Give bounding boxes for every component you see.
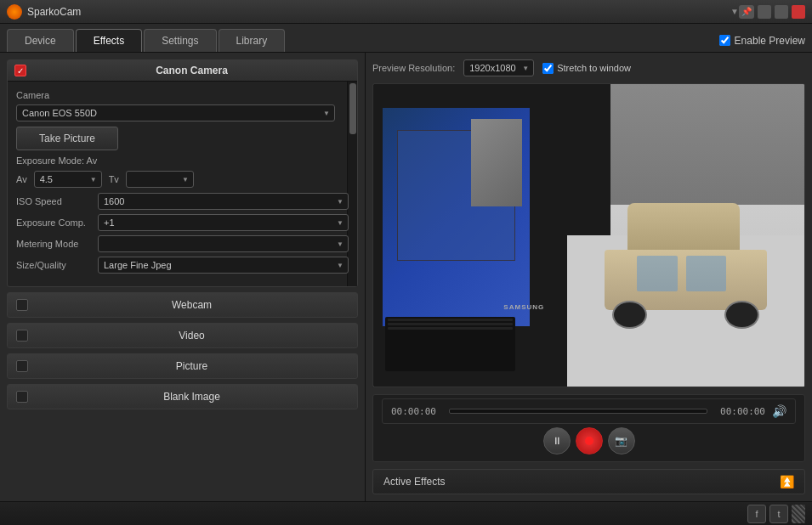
screen-car-thumb [471, 119, 523, 206]
canon-camera-body: Camera Canon EOS 550D Take Picture Ex [8, 82, 357, 286]
transport-timeline-row: 00:00:00 00:00:00 🔊 [382, 398, 796, 424]
video-preview: SAMSUNG [372, 83, 805, 387]
picture-title: Picture [35, 360, 349, 372]
av-tv-row: Av 4.5 Tv [16, 171, 349, 188]
canon-camera-checkbox[interactable]: ✓ [14, 65, 26, 76]
record-button[interactable] [576, 427, 603, 454]
transport-section: 00:00:00 00:00:00 🔊 ⏸ 📷 [372, 394, 805, 462]
transport-buttons: ⏸ 📷 [382, 424, 796, 458]
preview-res-label: Preview Resolution: [372, 63, 455, 73]
enable-preview-label: Enable Preview [735, 35, 805, 47]
camera-model-select[interactable]: Canon EOS 550D [16, 104, 335, 121]
active-effects-bar: Active Effects ⏫ [372, 469, 805, 494]
close-button[interactable] [792, 5, 805, 19]
av-label: Av [16, 174, 27, 184]
camera-model-row: Canon EOS 550D [16, 104, 349, 121]
kbd-row1 [388, 319, 513, 321]
blank-image-section: Blank Image [7, 384, 358, 409]
app-container: Device Effects Settings Library Enable P… [0, 24, 812, 525]
blank-image-checkbox[interactable] [16, 391, 28, 403]
exposure-comp-label: Exposure Comp. [16, 217, 93, 228]
tab-device[interactable]: Device [7, 29, 74, 52]
size-quality-row: Size/Quality Large Fine Jpeg [16, 257, 349, 274]
picture-section: Picture [7, 353, 358, 379]
canon-camera-title: Canon Camera [33, 65, 350, 76]
take-picture-button[interactable]: Take Picture [16, 127, 118, 150]
stretch-to-window-control: Stretch to window [542, 63, 631, 74]
tab-library[interactable]: Library [219, 29, 286, 52]
car-window-front [637, 256, 678, 291]
kbd-row3 [388, 327, 513, 330]
car-wheel-right [724, 301, 759, 329]
preview-res-select-wrapper: 1920x1080 [463, 59, 534, 76]
start-time: 00:00:00 [391, 406, 442, 417]
picture-checkbox[interactable] [16, 360, 28, 372]
minimize-button[interactable] [758, 5, 771, 19]
iso-speed-select[interactable]: 1600 [98, 193, 349, 210]
record-dot [585, 437, 593, 445]
scrollbar[interactable] [347, 82, 357, 286]
av-select[interactable]: 4.5 [34, 171, 102, 188]
preview-scene: SAMSUNG [373, 84, 804, 387]
title-dropdown-arrow[interactable]: ▼ [730, 7, 739, 16]
bottom-bar: f t [0, 501, 812, 525]
webcam-section: Webcam [7, 292, 358, 318]
progress-bar[interactable] [449, 409, 707, 414]
stripe-decoration [792, 505, 805, 523]
keyboard [385, 317, 515, 371]
webcam-checkbox[interactable] [16, 299, 28, 311]
title-bar: SparkoCam ▼ 📌 [0, 0, 812, 24]
canon-camera-header: ✓ Canon Camera [8, 60, 357, 82]
tab-settings[interactable]: Settings [144, 29, 216, 52]
enable-preview-checkbox[interactable] [719, 35, 730, 46]
facebook-icon: f [755, 509, 758, 519]
volume-icon[interactable]: 🔊 [772, 404, 786, 418]
size-quality-select[interactable]: Large Fine Jpeg [98, 257, 349, 274]
tv-select[interactable] [126, 171, 194, 188]
canon-camera-section: ✓ Canon Camera Camera Canon EOS 550D [7, 59, 358, 287]
active-effects-label: Active Effects [383, 476, 445, 488]
pin-button[interactable]: 📌 [739, 5, 754, 19]
exposure-mode-value: Av [87, 155, 98, 166]
kbd-row2 [388, 323, 513, 325]
metering-mode-row: Metering Mode [16, 235, 349, 252]
video-title: Video [35, 330, 349, 342]
video-section: Video [7, 323, 358, 348]
video-checkbox[interactable] [16, 330, 28, 342]
tabs-row: Device Effects Settings Library Enable P… [0, 24, 812, 53]
metering-mode-label: Metering Mode [16, 239, 93, 249]
car-model [589, 184, 783, 342]
twitter-icon: t [777, 509, 780, 519]
main-content: ✓ Canon Camera Camera Canon EOS 550D [0, 53, 812, 501]
car-wheel-left [612, 301, 647, 329]
app-name: SparkoCam [27, 6, 729, 18]
end-time: 00:00:00 [714, 406, 765, 417]
exposure-comp-select[interactable]: +1 [98, 214, 349, 231]
exposure-mode-row: Exposure Mode: Av [16, 155, 349, 166]
blank-image-title: Blank Image [35, 391, 349, 403]
metering-mode-select[interactable] [98, 235, 349, 252]
snapshot-button[interactable]: 📷 [608, 427, 635, 454]
pause-button[interactable]: ⏸ [543, 427, 571, 454]
collapse-active-effects-button[interactable]: ⏫ [780, 475, 794, 488]
camera-label: Camera [16, 90, 349, 100]
webcam-title: Webcam [35, 299, 349, 311]
samsung-label: SAMSUNG [503, 303, 544, 311]
app-logo [7, 4, 22, 20]
facebook-icon-button[interactable]: f [747, 505, 766, 523]
iso-speed-label: ISO Speed [16, 196, 93, 206]
exposure-mode-label: Exposure Mode: [16, 155, 84, 166]
stretch-to-window-label: Stretch to window [557, 63, 631, 73]
maximize-button[interactable] [775, 5, 788, 19]
stretch-to-window-checkbox[interactable] [542, 63, 554, 74]
right-panel: Preview Resolution: 1920x1080 Stretch to… [366, 53, 812, 501]
preview-res-select[interactable]: 1920x1080 [463, 59, 534, 76]
window-controls: 📌 [739, 5, 805, 19]
enable-preview-control: Enable Preview [719, 35, 805, 47]
exposure-comp-row: Exposure Comp. +1 [16, 214, 349, 231]
size-quality-label: Size/Quality [16, 260, 93, 270]
tab-effects[interactable]: Effects [76, 29, 142, 52]
twitter-icon-button[interactable]: t [769, 505, 788, 523]
preview-controls-row: Preview Resolution: 1920x1080 Stretch to… [372, 59, 805, 76]
iso-speed-row: ISO Speed 1600 [16, 193, 349, 210]
